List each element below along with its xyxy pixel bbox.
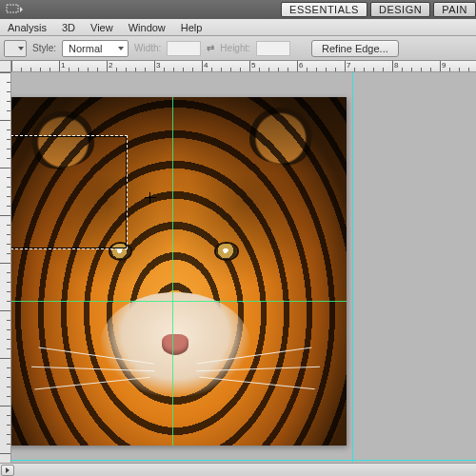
guide-vertical[interactable] <box>172 97 173 446</box>
width-input[interactable] <box>167 41 201 56</box>
current-tool-icon <box>4 3 25 16</box>
document-area: 123456789 <box>0 61 476 476</box>
style-label: Style: <box>32 43 56 53</box>
menu-window[interactable]: Window <box>121 19 173 36</box>
style-select[interactable]: Normal <box>62 40 129 57</box>
vertical-ruler[interactable] <box>0 72 11 476</box>
workspace-essentials-button[interactable]: ESSENTIALS <box>281 2 367 17</box>
guide-cyan-vertical[interactable] <box>352 72 353 463</box>
tool-options-bar: Style: Normal Width: ⇄ Height: Refine Ed… <box>0 36 476 61</box>
width-label: Width: <box>134 43 161 53</box>
height-input[interactable] <box>256 41 290 56</box>
chevron-down-icon <box>18 47 24 50</box>
menu-3d[interactable]: 3D <box>54 19 83 36</box>
menu-view[interactable]: View <box>83 19 121 36</box>
height-label: Height: <box>220 43 250 53</box>
arrow-right-icon <box>6 467 10 473</box>
menu-analysis[interactable]: Analysis <box>0 19 54 36</box>
tool-preset-picker[interactable] <box>4 40 27 57</box>
rectangular-marquee-selection[interactable] <box>11 135 128 249</box>
refine-edge-button[interactable]: Refine Edge... <box>311 40 399 57</box>
workspace-label: ESSENTIALS <box>289 4 359 15</box>
workspace-label: DESIGN <box>379 4 422 15</box>
scroll-right-button[interactable] <box>1 465 14 476</box>
ruler-origin-corner[interactable] <box>0 61 11 72</box>
menu-help[interactable]: Help <box>173 19 210 36</box>
style-value: Normal <box>69 43 102 54</box>
guide-horizontal[interactable] <box>11 301 347 302</box>
swap-dimensions-icon[interactable]: ⇄ <box>207 43 214 53</box>
workspace-design-button[interactable]: DESIGN <box>370 2 430 17</box>
workspace-label: PAIN <box>442 4 467 15</box>
svg-rect-0 <box>7 5 18 12</box>
workspace-bar: ESSENTIALS DESIGN PAIN <box>0 0 476 19</box>
cursor-crosshair-icon <box>145 192 156 204</box>
canvas-viewport[interactable] <box>11 72 476 463</box>
document-canvas[interactable] <box>11 97 347 446</box>
horizontal-ruler[interactable]: 123456789 <box>0 61 476 72</box>
refine-edge-label: Refine Edge... <box>322 43 388 54</box>
chevron-down-icon <box>118 47 124 50</box>
menu-bar: Analysis 3D View Window Help <box>0 19 476 36</box>
scrollbar-track[interactable] <box>17 465 474 476</box>
workspace-painting-button[interactable]: PAIN <box>433 2 476 17</box>
guide-cyan-horizontal[interactable] <box>11 460 476 461</box>
horizontal-scrollbar[interactable] <box>0 463 476 476</box>
